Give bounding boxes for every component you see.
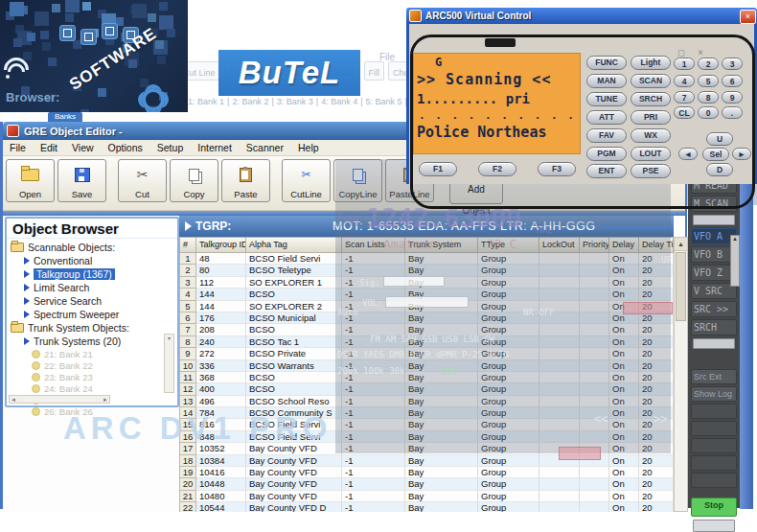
table-row[interactable]: 15816BCSO Field Servi-1BayGroupOn20: [179, 419, 674, 430]
scroll-thumb[interactable]: [676, 252, 686, 321]
bg-combo-mid[interactable]: [693, 338, 735, 349]
tree-vscrollbar[interactable]: ▾: [164, 334, 174, 393]
table-row[interactable]: 1910416Bay County VFD-1BayGroupOn20: [179, 467, 674, 478]
bg-tab-4-bank-4[interactable]: 4: Bank 4: [321, 97, 357, 106]
stop-button[interactable]: Stop: [691, 497, 737, 517]
table-row[interactable]: 9272BCSO Private-1BayGroupOn20: [179, 348, 674, 359]
bg-dim-button[interactable]: [691, 421, 737, 436]
key-cl[interactable]: CL: [674, 106, 695, 119]
key-7[interactable]: 7: [674, 91, 695, 104]
table-row[interactable]: 6176BCSO Municipal-1BayGroupOn20: [179, 312, 674, 324]
bg-toolbar-fill[interactable]: Fill: [364, 61, 385, 81]
menu-file[interactable]: File: [10, 142, 26, 153]
table-row[interactable]: 10336BCSO Warrants-1BayGroupOn20: [179, 360, 674, 372]
key-ent[interactable]: ENT: [586, 164, 627, 178]
vc-close-button[interactable]: ×: [740, 10, 756, 24]
vc-titlebar[interactable]: ARC500 Virtual Control ×: [406, 8, 757, 24]
key-func[interactable]: FUNC: [586, 56, 627, 70]
col-header-alpha-tag[interactable]: Alpha Tag: [246, 237, 342, 253]
tree-item-trunk-systems-20[interactable]: Trunk Systems (20): [24, 335, 177, 348]
key-1[interactable]: 1: [674, 58, 695, 70]
bg-dim-button[interactable]: [691, 404, 737, 419]
menu-options[interactable]: Options: [108, 142, 143, 153]
table-row[interactable]: 1810384Bay County VFD-1BayGroupOn20: [179, 455, 674, 467]
col-header-delay-time[interactable]: Delay Time: [639, 237, 674, 253]
menu-internet[interactable]: Internet: [197, 142, 232, 153]
table-row[interactable]: 280BCSO Teletype-1BayGroupOn20: [179, 265, 674, 276]
cutline-button[interactable]: ✂CutLine: [282, 159, 331, 202]
table-row[interactable]: 148BCSO Field Servi-1BayGroupOn20: [179, 253, 674, 265]
table-row[interactable]: 4144BCSO-1BayGroupOn20: [179, 289, 674, 300]
key-fav[interactable]: FAV: [586, 128, 627, 143]
col-header-scan-lists[interactable]: Scan Lists: [342, 237, 405, 253]
menu-scanner[interactable]: Scanner: [246, 142, 284, 153]
table-row[interactable]: 12400BCSO-1BayGroupOn20: [179, 383, 674, 395]
table-row[interactable]: 2210544Bay County VFD D-1BayGroupOn20: [179, 502, 674, 512]
copy-button[interactable]: Copy: [170, 159, 218, 202]
table-row[interactable]: 7208BCSO-1BayGroupOn20: [179, 324, 674, 335]
nav-right-key[interactable]: ►: [732, 148, 751, 160]
key-man[interactable]: MAN: [586, 74, 627, 88]
menu-setup[interactable]: Setup: [157, 142, 183, 153]
key-6[interactable]: 6: [722, 75, 743, 87]
menu-help[interactable]: Help: [298, 142, 319, 153]
key-light[interactable]: Light: [631, 56, 671, 70]
bg-combo-bottom[interactable]: [693, 520, 735, 532]
bg-tab-5-bank-5[interactable]: 5: Bank 5: [366, 97, 402, 106]
tree-item-spectrum-sweeper[interactable]: Spectrum Sweeper: [24, 308, 177, 321]
col-header-lockout[interactable]: LockOut: [539, 237, 580, 253]
key-f2[interactable]: F2: [478, 162, 516, 176]
key-pri[interactable]: PRI: [631, 110, 671, 125]
key-lout[interactable]: LOUT: [631, 147, 671, 161]
table-row[interactable]: 16848BCSO Field Servi-1BayGroupOn20: [179, 431, 674, 443]
table-row[interactable]: 13496BCSO School Reso-1BayGroupOn20: [179, 396, 674, 407]
tool-button-src-ext[interactable]: Src Ext: [691, 369, 737, 384]
key-pgm[interactable]: PGM: [586, 147, 627, 161]
key-2[interactable]: 2: [698, 58, 719, 70]
nav-left-key[interactable]: ◄: [678, 148, 698, 160]
bg-tab-1-bank-1[interactable]: 1: Bank 1: [188, 97, 224, 106]
tree-item-scannable-objects[interactable]: Scannable Objects:: [11, 241, 177, 254]
vfo-button-src[interactable]: SRC >>: [691, 301, 737, 317]
table-row[interactable]: 11368BCSO-1BayGroupOn20: [179, 372, 674, 383]
col-header-priority[interactable]: Priority: [580, 237, 609, 253]
bg-combo-top[interactable]: [693, 215, 735, 225]
tree-item-talkgroup-1367[interactable]: Talkgroup (1367): [24, 267, 177, 281]
tree-hscrollbar[interactable]: ◄►: [9, 395, 110, 404]
key-srch[interactable]: SRCH: [631, 92, 671, 106]
menu-view[interactable]: View: [72, 142, 94, 153]
menu-edit[interactable]: Edit: [40, 142, 57, 153]
key-tune[interactable]: TUNE: [586, 92, 627, 106]
key-scan[interactable]: SCAN: [631, 74, 671, 88]
copyline-button[interactable]: CopyLine: [333, 159, 382, 202]
col-header-[interactable]: #: [179, 237, 196, 253]
bg-tab-2-bank-2[interactable]: 2: Bank 2: [232, 97, 268, 106]
table-row[interactable]: 2010448Bay County VFD-1BayGroupOn20: [179, 478, 674, 490]
key-f1[interactable]: F1: [419, 162, 457, 176]
key-wx[interactable]: WX: [631, 128, 671, 143]
table-row[interactable]: 3112SO EXPLORER 1-1BayGroupOn20: [179, 277, 674, 289]
save-button[interactable]: Save: [57, 159, 106, 202]
nav-down-key[interactable]: D: [706, 163, 733, 176]
table-row[interactable]: 2110480Bay County VFD-1BayGroupOn20: [179, 491, 674, 502]
key-8[interactable]: 8: [698, 91, 719, 104]
vfo-scrollbar[interactable]: ▲: [730, 235, 740, 287]
cut-button[interactable]: ✂Cut: [118, 159, 167, 202]
bg-tab-3-bank-3[interactable]: 3: Bank 3: [277, 97, 313, 106]
table-row[interactable]: 5144SO EXPLORER 2-1BayGroupOn20: [179, 301, 674, 312]
col-header-ttype[interactable]: TType: [478, 237, 539, 253]
key-f3[interactable]: F3: [538, 162, 576, 176]
bg-dim-button[interactable]: [691, 455, 737, 471]
key-pse[interactable]: PSE: [631, 164, 671, 178]
col-header-delay[interactable]: Delay: [609, 237, 639, 253]
m-scan-button[interactable]: M SCAN: [691, 196, 737, 212]
bg-dim-button[interactable]: [691, 473, 737, 488]
table-row[interactable]: 1710352Bay County VFD-1BayGroupOn20: [179, 443, 674, 454]
tree-item-conventional[interactable]: Conventional: [24, 254, 177, 267]
nav-select-key[interactable]: Sel: [702, 148, 729, 161]
scroll-up-icon[interactable]: ▲: [675, 238, 687, 251]
banks-tab[interactable]: Banks: [48, 112, 82, 122]
key-att[interactable]: ATT: [586, 110, 627, 125]
col-header-trunk-system[interactable]: Trunk System: [405, 237, 478, 253]
tree-item-limit-search[interactable]: Limit Search: [24, 281, 177, 294]
